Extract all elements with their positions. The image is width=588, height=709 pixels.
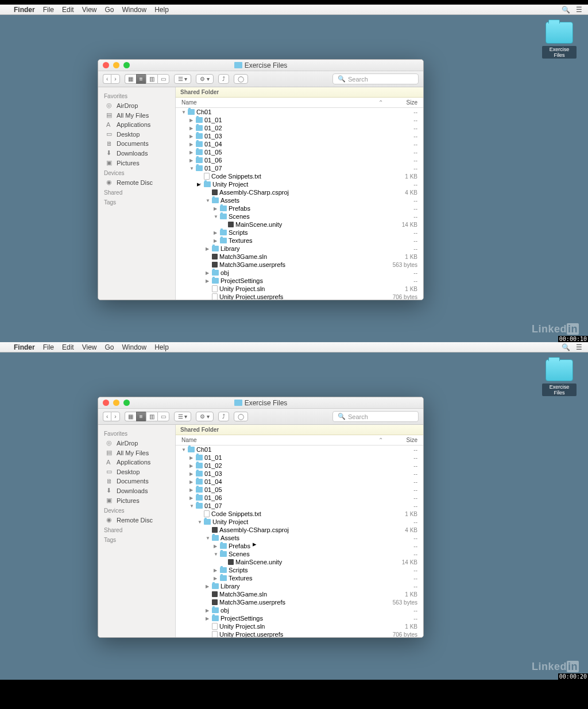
file-row[interactable]: Code Snippets.txt1 KB [176,510,423,518]
menu-window[interactable]: Window [122,6,147,14]
file-row[interactable]: ▼Unity Project-- [176,518,423,526]
file-row[interactable]: Match3Game.userprefs563 bytes [176,261,423,269]
action-button[interactable]: ⚙ ▾ [196,412,214,421]
file-row[interactable]: Unity Project.userprefs706 bytes [176,630,423,637]
file-row[interactable]: ▶01_04-- [176,478,423,486]
disclosure-icon[interactable]: ▶ [214,544,218,549]
file-row[interactable]: Code Snippets.txt1 KB [176,172,423,180]
menu-help[interactable]: Help [154,6,169,14]
minimize-button[interactable] [113,62,119,68]
icon-view-button[interactable]: ▦ [125,412,136,421]
file-row[interactable]: ▶Textures-- [176,574,423,582]
file-row[interactable]: ▼Scenes-- [176,550,423,558]
disclosure-icon[interactable]: ▼ [206,536,210,541]
column-headers[interactable]: Name ⌃ Size [176,435,423,445]
menu-view[interactable]: View [82,6,97,14]
file-row[interactable]: ▼Scenes-- [176,212,423,220]
file-row[interactable]: ▶01_02-- [176,462,423,470]
disclosure-icon[interactable]: ▶ [189,142,194,147]
col-size[interactable]: Size [383,99,417,106]
spotlight-icon[interactable]: 🔍 [562,343,570,351]
disclosure-icon[interactable]: ▼ [214,214,218,219]
spotlight-icon[interactable]: 🔍 [562,6,570,14]
menu-edit[interactable]: Edit [62,6,74,14]
disclosure-icon[interactable]: ▶ [214,206,218,211]
desktop-folder-exercise-files[interactable]: Exercise Files [542,359,577,396]
disclosure-icon[interactable]: ▶ [206,584,210,589]
disclosure-icon[interactable]: ▶ [206,616,210,621]
disclosure-icon[interactable]: ▼ [206,198,210,203]
file-row[interactable]: MainScene.unity14 KB [176,558,423,566]
forward-button[interactable]: › [111,412,119,421]
disclosure-icon[interactable]: ▼ [189,503,194,509]
column-view-button[interactable]: ▥ [146,74,157,84]
file-row[interactable]: ▶obj-- [176,269,423,277]
coverflow-view-button[interactable]: ▭ [157,74,169,84]
sidebar-item[interactable]: ▭Desktop [98,467,175,476]
list-view-button[interactable]: ≡ [136,412,146,421]
disclosure-icon[interactable]: ▶ [206,278,210,284]
maximize-button[interactable] [123,62,130,68]
file-row[interactable]: Match3Game.sln1 KB [176,590,423,598]
file-row[interactable]: ▶01_05-- [176,486,423,494]
window-titlebar[interactable]: Exercise Files [98,60,423,71]
disclosure-icon[interactable]: ▶ [206,270,210,276]
file-row[interactable]: ▼01_07-- [176,164,423,172]
search-input[interactable]: 🔍 Search [332,73,419,84]
file-row[interactable]: ▼Ch01-- [176,445,423,454]
coverflow-view-button[interactable]: ▭ [157,412,169,421]
arrange-button[interactable]: ☰ ▾ [174,412,192,421]
action-button[interactable]: ⚙ ▾ [196,74,214,84]
file-row[interactable]: ▼01_07-- [176,502,423,510]
list-view-button[interactable]: ≡ [136,74,146,84]
back-button[interactable]: ‹ [103,74,111,84]
disclosure-icon[interactable]: ▼ [189,166,194,171]
file-row[interactable]: ▶01_02-- [176,124,423,132]
search-input[interactable]: 🔍 Search [332,411,419,422]
disclosure-icon[interactable]: ▶ [214,576,218,581]
sidebar-item[interactable]: 🗎Documents [98,139,175,148]
column-view-button[interactable]: ▥ [146,412,157,421]
file-row[interactable]: ▶ProjectSettings-- [176,277,423,285]
file-row[interactable]: ▶Scripts-- [176,566,423,574]
file-row[interactable]: ▶Prefabs-- [176,204,423,212]
sidebar-item[interactable]: 🗎Documents [98,476,175,486]
file-row[interactable]: ▶01_06-- [176,494,423,502]
menu-go[interactable]: Go [105,6,114,14]
back-button[interactable]: ‹ [103,412,111,421]
file-row[interactable]: ▶01_01-- [176,454,423,462]
menu-go[interactable]: Go [105,343,114,351]
close-button[interactable] [103,400,109,406]
file-row[interactable]: ▶Prefabs-- [176,542,423,550]
forward-button[interactable]: › [111,74,119,84]
sidebar-item[interactable]: ▤All My Files [98,110,175,120]
file-row[interactable]: ▼Ch01-- [176,108,423,116]
sidebar-item[interactable]: ⬇Downloads [98,486,175,495]
file-row[interactable]: ▼Assets-- [176,534,423,542]
col-name[interactable]: Name [181,437,378,443]
disclosure-icon[interactable]: ▶ [214,568,218,573]
disclosure-icon[interactable]: ▶ [189,134,194,139]
disclosure-icon[interactable]: ▶ [189,150,194,155]
minimize-button[interactable] [113,400,119,406]
file-row[interactable]: Assembly-CSharp.csproj4 KB [176,188,423,196]
file-row[interactable]: ▶Library-- [176,245,423,253]
file-row[interactable]: ▶Scripts-- [176,228,423,237]
sidebar-item[interactable]: ▣Pictures [98,495,175,505]
disclosure-icon[interactable]: ▼ [181,110,186,115]
menu-file[interactable]: File [43,343,54,351]
icon-view-button[interactable]: ▦ [125,74,136,84]
tags-button[interactable]: ◯ [234,412,248,421]
list-menu-icon[interactable]: ☰ [576,343,582,351]
share-button[interactable]: ⤴ [218,412,229,421]
file-row[interactable]: ▶01_05-- [176,148,423,156]
file-row[interactable]: ▶01_03-- [176,132,423,140]
disclosure-icon[interactable]: ▶ [206,608,210,613]
disclosure-icon[interactable]: ▶ [189,471,194,476]
menu-file[interactable]: File [43,6,54,14]
sidebar-item[interactable]: AApplications [98,120,175,129]
file-row[interactable]: ▶01_03-- [176,470,423,478]
col-name[interactable]: Name [181,99,378,106]
list-menu-icon[interactable]: ☰ [576,6,582,14]
menu-edit[interactable]: Edit [62,343,74,351]
